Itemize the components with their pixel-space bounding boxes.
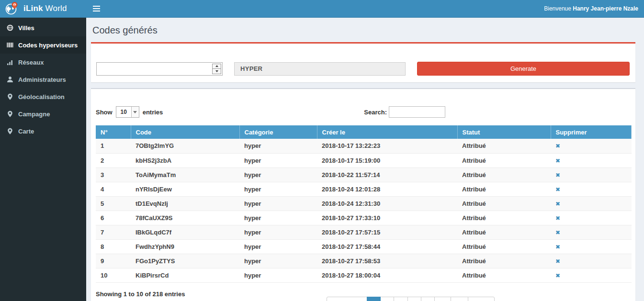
cell-category: hyper: [239, 196, 317, 211]
sidebar-item-label: Administrateurs: [18, 76, 66, 83]
cell-created: 2018-10-27 17:58:44: [317, 239, 457, 254]
delete-icon[interactable]: ✖: [555, 229, 560, 236]
cell-status: Attribué: [457, 167, 551, 182]
cell-status: Attribué: [457, 153, 551, 167]
sidebar-item-administrateurs[interactable]: Administrateurs: [0, 71, 86, 88]
sidebar-item-geolocalisation[interactable]: Géolocalisation: [0, 88, 86, 105]
cell-code: 78fCaUXZ9S: [131, 211, 239, 225]
cell-num: 2: [96, 153, 131, 167]
map-marker-icon: [7, 111, 13, 117]
pagination-page-4[interactable]: 4: [407, 297, 421, 301]
pagination-page-3[interactable]: 3: [394, 297, 407, 301]
cell-category: hyper: [239, 167, 317, 182]
code-generator-panel: Generate: [91, 42, 635, 82]
svg-text:$: $: [14, 3, 15, 6]
table-row: 4 nYRIsDjEew hyper 2018-10-24 12:01:28 A…: [96, 182, 632, 196]
table-row: 5 tD1EvqNzIj hyper 2018-10-24 12:31:30 A…: [96, 196, 632, 211]
cell-category: hyper: [239, 182, 317, 196]
cell-created: 2018-10-27 18:00:04: [317, 268, 457, 282]
sidebar-item-campagne[interactable]: Campagne: [0, 105, 86, 123]
delete-icon[interactable]: ✖: [555, 186, 560, 193]
pagination-page-2[interactable]: 2: [380, 297, 394, 301]
welcome-message: Bienvenue Hanry Jean-pierre Nzale: [544, 5, 638, 12]
cell-num: 8: [96, 239, 131, 254]
cell-code: kbHS2j3zbA: [131, 153, 239, 167]
globe-pin-dollar-logo-icon: $: [5, 1, 19, 16]
sidebar-item-label: Carte: [18, 128, 34, 135]
stepper-down-icon[interactable]: [213, 68, 221, 74]
delete-icon[interactable]: ✖: [555, 272, 560, 279]
cell-code: ToAiMymaTm: [131, 167, 239, 182]
cell-status: Attribué: [457, 196, 551, 211]
cell-category: hyper: [239, 211, 317, 225]
sidebar-item-carte[interactable]: Carte: [0, 123, 86, 140]
delete-icon[interactable]: ✖: [555, 201, 560, 207]
search-label: Search:: [364, 109, 387, 116]
delete-icon[interactable]: ✖: [555, 172, 560, 178]
table-row: 9 FGo1PyZTYS hyper 2018-10-27 17:58:53 A…: [96, 254, 632, 268]
cell-created: 2018-10-24 12:31:30: [317, 196, 457, 211]
cell-num: 5: [96, 196, 131, 211]
cell-created: 2018-10-27 17:33:10: [317, 211, 457, 225]
pagination-page-1[interactable]: 1: [367, 297, 381, 301]
delete-icon[interactable]: ✖: [555, 258, 560, 265]
cell-category: hyper: [239, 254, 317, 268]
quantity-stepper[interactable]: [212, 64, 221, 74]
generate-button[interactable]: Generate: [417, 62, 630, 76]
stepper-up-icon[interactable]: [213, 64, 221, 69]
sidebar-item-codes-hyperviseurs[interactable]: Codes hyperviseurs: [0, 36, 86, 54]
main-content: Codes générés Generate Show: [86, 18, 644, 301]
cell-code: IBkGLqdC7f: [131, 225, 239, 239]
sidebar-item-label: Réseaux: [18, 59, 44, 66]
sidebar-item-reseaux[interactable]: Réseaux: [0, 54, 86, 71]
table-row: 10 KiBPirsrCd hyper 2018-10-27 18:00:04 …: [96, 268, 632, 282]
pagination-previous-button[interactable]: Previous: [327, 297, 367, 301]
cell-category: hyper: [239, 139, 317, 153]
datatable-footer: Showing 1 to 10 of 218 entries Previous …: [96, 290, 632, 301]
page-length-select[interactable]: 10: [116, 106, 139, 118]
quantity-input[interactable]: [96, 62, 223, 76]
delete-icon[interactable]: ✖: [555, 215, 560, 222]
cell-num: 9: [96, 254, 131, 268]
sidebar-item-label: Campagne: [18, 111, 50, 118]
signal-bars-icon: [7, 59, 13, 66]
column-header-supprimer[interactable]: Supprimer: [551, 125, 632, 139]
entries-label: entries: [143, 109, 163, 116]
globe-icon: [7, 24, 13, 31]
sidebar-item-label: Géolocalisation: [18, 93, 65, 100]
cell-created: 2018-10-24 12:01:28: [317, 182, 457, 196]
cell-num: 10: [96, 268, 131, 282]
table-header-row: N° Code Catégorie Créer le Statut Suppri…: [96, 125, 632, 139]
search-control: Search:: [364, 106, 445, 118]
cell-created: 2018-10-27 17:58:53: [317, 254, 457, 268]
cell-num: 1: [96, 139, 131, 153]
cell-code: FwdhzYphN9: [131, 239, 239, 254]
table-row: 2 kbHS2j3zbA hyper 2018-10-17 15:19:00 A…: [96, 153, 632, 167]
hamburger-icon[interactable]: [93, 6, 100, 11]
table-row: 6 78fCaUXZ9S hyper 2018-10-27 17:33:10 A…: [96, 211, 632, 225]
column-header-creer-le[interactable]: Créer le: [317, 125, 457, 139]
pagination-page-22[interactable]: 22: [451, 297, 468, 301]
user-icon: [7, 76, 13, 83]
delete-icon[interactable]: ✖: [555, 157, 560, 164]
column-header-num[interactable]: N°: [96, 125, 131, 139]
pagination-page-5[interactable]: 5: [421, 297, 435, 301]
sidebar-item-villes[interactable]: Villes: [0, 19, 86, 36]
delete-icon[interactable]: ✖: [555, 143, 560, 149]
table-row: 8 FwdhzYphN9 hyper 2018-10-27 17:58:44 A…: [96, 239, 632, 254]
cell-status: Attribué: [457, 182, 551, 196]
page-title: Codes générés: [92, 25, 644, 36]
sidebar-item-label: Villes: [18, 24, 34, 32]
cell-num: 4: [96, 182, 131, 196]
cell-created: 2018-10-27 17:57:15: [317, 225, 457, 239]
column-header-statut[interactable]: Statut: [457, 125, 551, 139]
column-header-categorie[interactable]: Catégorie: [239, 125, 317, 139]
search-input[interactable]: [389, 106, 445, 118]
column-header-code[interactable]: Code: [131, 125, 239, 139]
show-label: Show: [96, 109, 113, 116]
pagination-next-button[interactable]: Next: [468, 297, 495, 301]
brand-logo[interactable]: $ iLink World: [0, 0, 86, 17]
cell-created: 2018-10-17 15:19:00: [317, 153, 457, 167]
cell-category: hyper: [239, 268, 317, 282]
delete-icon[interactable]: ✖: [555, 244, 560, 250]
